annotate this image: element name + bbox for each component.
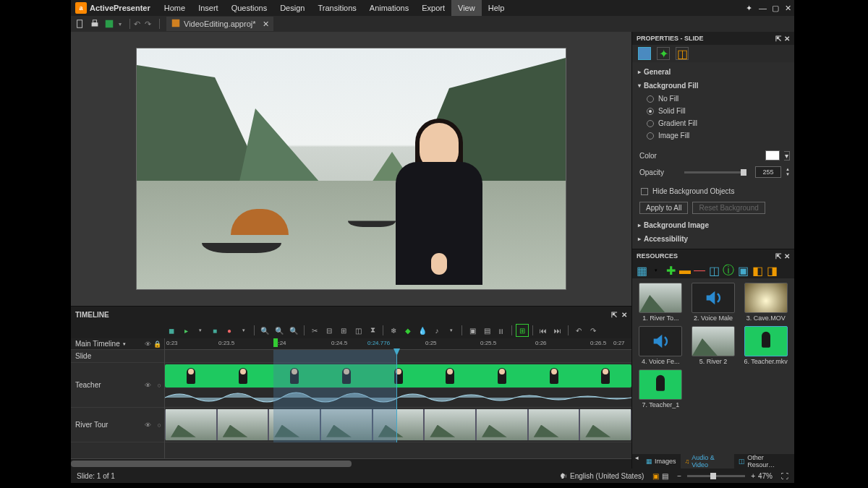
tl-freeze-icon[interactable]: ❄ [387,324,400,337]
zoom-out-button[interactable]: − [677,472,681,480]
track-river[interactable] [165,408,631,442]
resource-item[interactable]: 4. Voice Fe... [637,326,685,365]
tl-record-icon[interactable]: ◼ [165,324,178,337]
res-tabs-left-icon[interactable]: ◂ [632,454,642,468]
lock-icon[interactable]: ○ [158,421,161,429]
radio-solid-fill[interactable]: Solid Fill [637,105,790,117]
close-button[interactable]: ✕ [781,4,794,13]
tl-track-river-label[interactable]: River Tour 👁 ○ [71,408,164,442]
clip-teacher-video[interactable] [165,364,631,388]
status-language[interactable]: 🗣 English (United States) [560,472,644,480]
prop-tab-slide[interactable] [638,47,651,60]
notify-icon[interactable]: ✦ [742,4,755,13]
new-file-icon[interactable] [75,19,85,29]
res-view-icon[interactable]: ▦ [637,265,647,275]
tl-snap-icon[interactable]: ⊞ [516,324,529,337]
menu-help[interactable]: Help [482,0,511,16]
resource-item[interactable]: 3. Cave.MOV [741,283,790,322]
opacity-slider[interactable] [684,171,746,174]
resource-item[interactable]: 7. Teacher_1 [637,369,685,408]
maximize-button[interactable]: ▢ [768,4,781,13]
tl-vol-dd[interactable]: ▾ [237,324,250,337]
timeline-pin-icon[interactable]: ⇱ [611,311,617,319]
radio-no-fill[interactable]: No Fill [637,93,790,105]
view-mode-2-icon[interactable]: ▤ [662,472,668,480]
zoom-slider[interactable] [687,475,745,477]
timeline-tracks[interactable]: 0:23 0:23.5 0:24 0:24.5 0:24.776 0:25 0:… [165,338,631,458]
res-next-icon[interactable]: ◨ [767,265,777,275]
res-prev-icon[interactable]: ◧ [752,265,762,275]
tl-prev-icon[interactable]: ⏮ [537,324,550,337]
tl-greenscreen-icon[interactable]: ◆ [401,324,414,337]
tl-stop-icon[interactable]: ■ [208,324,221,337]
tl-play-dd[interactable]: ▾ [194,324,207,337]
apply-to-all-button[interactable]: Apply to All [639,202,688,214]
print-icon[interactable] [90,19,100,29]
visibility-icon[interactable]: 👁 [145,421,151,429]
properties-close-icon[interactable]: ✕ [784,35,790,43]
accordion-bgfill[interactable]: ▾Background Fill [637,79,790,93]
accordion-accessibility[interactable]: ▸Accessibility [637,232,790,246]
prop-tab-size[interactable]: ✦ [657,47,670,60]
tl-zoomfit-icon[interactable]: 🔍 [287,324,300,337]
tl-track-slide-label[interactable]: Slide [71,350,164,363]
slide-canvas[interactable] [136,48,566,290]
clip-teacher-audio[interactable] [165,389,631,406]
color-dropdown-icon[interactable]: ▾ [784,151,790,160]
res-tab-other[interactable]: ◫Other Resour… [734,454,794,468]
redo-icon[interactable]: ↷ [145,20,151,29]
accordion-general[interactable]: ▸General [637,65,790,79]
save-icon[interactable] [104,19,114,29]
resources-close-icon[interactable]: ✕ [784,252,790,260]
res-preview-icon[interactable]: ▣ [738,265,748,275]
tl-main-label[interactable]: Main Timeline ▾ 👁 🔒 [71,338,164,350]
radio-gradient-fill[interactable]: Gradient Fill [637,117,790,129]
reset-bg-button[interactable]: Reset Background [692,202,765,214]
properties-pin-icon[interactable]: ⇱ [775,35,781,43]
res-export-icon[interactable]: ◫ [709,265,719,275]
undo-icon[interactable]: ↶ [134,20,140,29]
tl-speed-icon[interactable]: ⧗ [366,324,379,337]
radio-image-fill[interactable]: Image Fill [637,129,790,142]
accordion-bgimage[interactable]: ▸Background Image [637,218,790,232]
timeline-scrollbar[interactable] [71,458,631,468]
tl-audio-icon[interactable]: ♪ [430,324,443,337]
res-folder-icon[interactable]: ▬ [680,265,690,275]
res-remove-icon[interactable]: — [694,265,705,275]
tl-crop-icon[interactable]: ◫ [352,324,365,337]
menu-insert[interactable]: Insert [192,0,225,16]
track-teacher[interactable] [165,363,631,408]
tl-blur-icon[interactable]: 💧 [416,324,429,337]
menu-questions[interactable]: Questions [225,0,274,16]
color-swatch[interactable] [765,150,780,160]
tl-next-icon[interactable]: ⏭ [551,324,564,337]
tl-split-icon[interactable]: ✂ [308,324,321,337]
minimize-button[interactable]: — [755,4,768,12]
lock-icon[interactable]: ○ [158,382,161,389]
tl-play-icon[interactable]: ▸ [179,324,192,337]
menu-view[interactable]: View [451,0,482,16]
checkbox-hide-bg[interactable]: Hide Background Objects [637,185,790,197]
menu-design[interactable]: Design [273,0,311,16]
tl-zoomin-icon[interactable]: 🔍 [258,324,271,337]
loop-start-marker[interactable] [273,338,278,347]
menu-home[interactable]: Home [158,0,192,16]
prop-tab-media[interactable]: ◫ [676,47,689,60]
tl-track-teacher-label[interactable]: Teacher 👁 ○ [71,363,164,408]
tl-audio-dd[interactable]: ▾ [445,324,458,337]
tl-undo2-icon[interactable]: ↶ [572,324,585,337]
opacity-down[interactable]: ▼ [786,172,790,177]
resource-item[interactable]: 1. River To... [637,283,685,322]
opacity-value[interactable]: 255 [755,166,781,178]
tl-cc-icon[interactable]: ▤ [480,324,493,337]
menu-animations[interactable]: Animations [363,0,415,16]
zoom-in-button[interactable]: + [751,472,755,480]
document-tab[interactable]: VideoEditing.approj* ✕ [166,17,273,31]
menu-export[interactable]: Export [415,0,451,16]
timeline-close-icon[interactable]: ✕ [621,311,627,319]
tl-join-icon[interactable]: ⊟ [323,324,336,337]
tl-pip-icon[interactable]: ▣ [466,324,479,337]
timeline-ruler[interactable]: 0:23 0:23.5 0:24 0:24.5 0:24.776 0:25 0:… [165,338,631,350]
save-dropdown-icon[interactable]: ▾ [119,21,122,27]
tl-vol-icon[interactable]: ● [223,324,236,337]
